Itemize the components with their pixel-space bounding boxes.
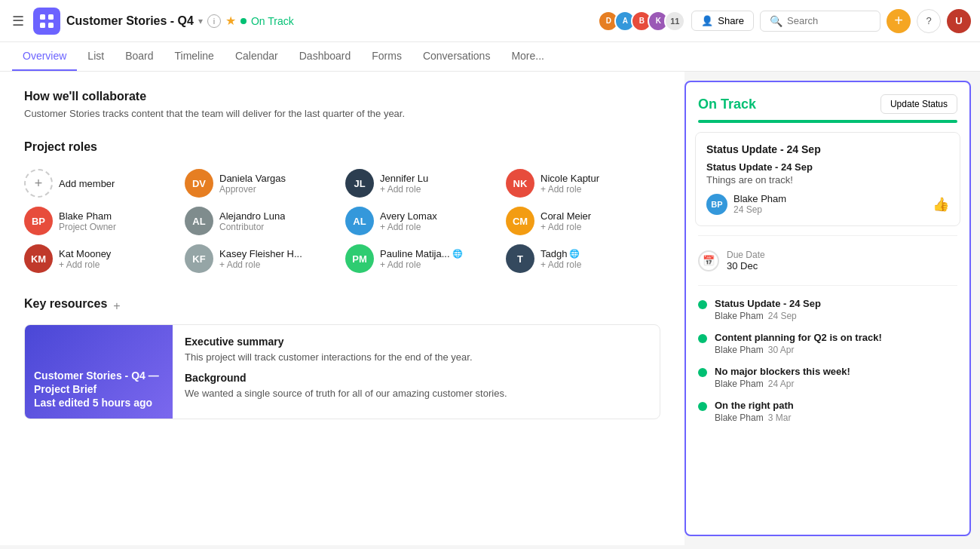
member-role-pauline[interactable]: + Add role	[380, 259, 463, 270]
collaborate-desc: Customer Stories tracks content that the…	[24, 108, 660, 119]
tab-calendar[interactable]: Calendar	[225, 42, 289, 71]
timeline-author-0: Blake Pham	[715, 311, 764, 321]
add-resource-icon[interactable]: +	[113, 299, 120, 313]
member-role-alejandro[interactable]: Contributor	[219, 222, 285, 232]
member-kasey: KF Kasey Fleisher H... + Add role	[185, 244, 339, 273]
member-role-kasey[interactable]: + Add role	[219, 259, 302, 270]
status-card-footer: BP Blake Pham 24 Sep 👍	[706, 193, 949, 215]
search-input[interactable]	[787, 15, 871, 26]
member-name-tadgh: Tadgh 🌐	[541, 248, 581, 259]
member-name-kasey: Kasey Fleisher H...	[219, 248, 302, 259]
tab-timeline[interactable]: Timeline	[164, 42, 225, 71]
hamburger-icon[interactable]: ☰	[9, 10, 27, 32]
share-button[interactable]: 👤 Share	[691, 11, 754, 31]
avatar-nicole: NK	[506, 169, 534, 198]
avatar-tadgh: T	[506, 244, 534, 273]
member-name-daniela: Daniela Vargas	[219, 173, 286, 184]
project-roles-section: Project roles + Add member DV Daniela Va…	[24, 140, 660, 273]
status-card-text: Things are on track!	[706, 174, 949, 186]
resource-thumb-title: Customer Stories - Q4 — Project Brief	[34, 369, 164, 396]
info-icon[interactable]: i	[207, 14, 221, 28]
star-icon[interactable]: ★	[225, 14, 236, 28]
member-role-tadgh[interactable]: + Add role	[541, 259, 581, 270]
tab-list[interactable]: List	[77, 42, 115, 71]
resource-content: Executive summary This project will trac…	[173, 325, 660, 419]
timeline-title-1: Content planning for Q2 is on track!	[715, 332, 957, 343]
member-name-jennifer: Jennifer Lu	[380, 173, 428, 184]
resource-card: Customer Stories - Q4 — Project Brief La…	[24, 324, 660, 419]
timeline-item-0: Status Update - 24 Sep Blake Pham 24 Sep	[698, 298, 957, 321]
app-icon[interactable]	[33, 8, 60, 35]
member-role-nicole[interactable]: + Add role	[541, 184, 599, 195]
member-role-kat[interactable]: + Add role	[59, 259, 111, 270]
timeline-item-2: No major blockers this week! Blake Pham …	[698, 366, 957, 389]
key-resources-title: Key resources	[24, 297, 107, 311]
timeline-date-2: 24 Apr	[768, 379, 795, 389]
project-title-area: Customer Stories - Q4 ▾ i ★ On Track	[66, 14, 592, 28]
divider	[698, 285, 957, 286]
svg-rect-3	[48, 23, 54, 28]
avatar-kat: KM	[24, 244, 53, 273]
add-member-item[interactable]: + Add member	[24, 169, 179, 198]
timeline-item-1: Content planning for Q2 is on track! Bla…	[698, 332, 957, 355]
timeline-author-3: Blake Pham	[715, 413, 764, 423]
member-role-coral[interactable]: + Add role	[541, 222, 591, 232]
resource-thumbnail[interactable]: Customer Stories - Q4 — Project Brief La…	[25, 325, 173, 419]
member-daniela: DV Daniela Vargas Approver	[185, 169, 339, 198]
member-role-jennifer[interactable]: + Add role	[380, 184, 428, 195]
search-icon: 🔍	[770, 15, 782, 27]
timeline-title-3: On the right path	[715, 400, 957, 411]
member-role-blake[interactable]: Project Owner	[59, 222, 116, 232]
avatar-count[interactable]: 11	[664, 11, 685, 32]
status-author: BP Blake Pham 24 Sep	[706, 193, 786, 215]
rp-header: On Track Update Status	[686, 82, 969, 120]
rp-status-label: On Track	[698, 97, 756, 112]
member-role-avery[interactable]: + Add role	[380, 222, 437, 232]
member-nicole: NK Nicole Kaptur + Add role	[506, 169, 660, 198]
update-status-button[interactable]: Update Status	[880, 94, 957, 114]
tab-forms[interactable]: Forms	[361, 42, 412, 71]
tab-board[interactable]: Board	[115, 42, 164, 71]
member-name-kat: Kat Mooney	[59, 248, 111, 259]
timeline-dot	[698, 368, 707, 377]
member-tadgh: T Tadgh 🌐 + Add role	[506, 244, 660, 273]
help-button[interactable]: ?	[917, 9, 941, 33]
timeline-author-1: Blake Pham	[715, 345, 764, 355]
main-layout: How we'll collaborate Customer Stories t…	[0, 72, 980, 545]
resource-bg-text: We wanted a single source of truth for a…	[185, 387, 648, 400]
timeline-date-3: 3 Mar	[768, 413, 792, 423]
avatars-group: D A B K 11	[598, 11, 685, 32]
member-avery: AL Avery Lomax + Add role	[345, 207, 500, 235]
member-blake: BP Blake Pham Project Owner	[24, 207, 179, 235]
avatar-kasey: KF	[185, 244, 213, 273]
due-date-row: 📅 Due Date 30 Dec	[686, 242, 969, 279]
chevron-down-icon[interactable]: ▾	[198, 16, 203, 26]
status-card-subtitle: Status Update - 24 Sep	[706, 161, 949, 173]
topbar: ☰ Customer Stories - Q4 ▾ i ★ On Track D…	[0, 0, 980, 42]
add-member-button[interactable]: +	[24, 169, 53, 198]
timeline-dot	[698, 300, 707, 309]
add-button[interactable]: +	[887, 9, 911, 33]
globe-icon: 🌐	[452, 249, 463, 259]
divider	[698, 235, 957, 236]
member-alejandro: AL Alejandro Luna Contributor	[185, 207, 339, 235]
content-area: How we'll collaborate Customer Stories t…	[0, 72, 684, 545]
user-avatar[interactable]: U	[947, 9, 971, 33]
tab-conversations[interactable]: Conversations	[412, 42, 501, 71]
timeline-dot	[698, 334, 707, 343]
avatar-jennifer: JL	[345, 169, 374, 198]
member-name-coral: Coral Meier	[541, 210, 591, 222]
member-role-daniela[interactable]: Approver	[219, 184, 286, 195]
thumbs-up-icon[interactable]: 👍	[933, 196, 949, 213]
author-avatar: BP	[706, 194, 727, 215]
member-name-alejandro: Alejandro Luna	[219, 210, 285, 222]
member-name-blake: Blake Pham	[59, 210, 116, 222]
search-box[interactable]: 🔍	[760, 11, 880, 32]
tab-dashboard[interactable]: Dashboard	[289, 42, 362, 71]
member-kat: KM Kat Mooney + Add role	[24, 244, 179, 273]
tab-more[interactable]: More...	[501, 42, 555, 71]
member-grid: + Add member DV Daniela Vargas Approver …	[24, 169, 660, 273]
tab-overview[interactable]: Overview	[12, 42, 77, 71]
author-name: Blake Pham	[733, 193, 786, 204]
due-label: Due Date	[727, 250, 765, 260]
